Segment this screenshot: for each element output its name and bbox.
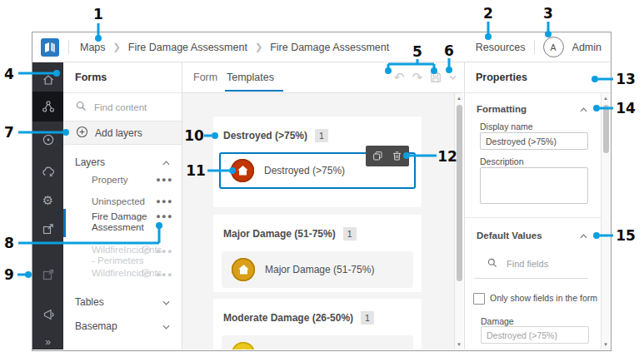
chevron-up-icon[interactable]	[580, 104, 587, 114]
template-group: Moderate Damage (26-50%) 1 Moderate Dama…	[213, 299, 422, 350]
sidebar-item-open-in-new[interactable]	[32, 260, 63, 290]
scroll-up-icon[interactable]: ▲	[455, 96, 463, 101]
delete-icon[interactable]	[392, 151, 402, 161]
find-fields-input[interactable]	[505, 258, 587, 270]
layer-row[interactable]: Fire Damage Assessment●●●	[63, 211, 182, 240]
chevron-down-icon	[162, 320, 170, 332]
template-card[interactable]: Destroyed (>75%)	[219, 152, 416, 189]
find-fields-search[interactable]	[487, 256, 596, 270]
sidebar-item-gear[interactable]: ⚙	[32, 186, 63, 216]
duplicate-icon[interactable]	[372, 151, 383, 161]
scroll-up-icon[interactable]: ▲	[602, 96, 610, 101]
chevron-up-icon	[162, 156, 170, 168]
layer-options-menu[interactable]: ●●●	[156, 175, 173, 185]
layer-row[interactable]: WildfireIncidents●●●	[63, 268, 182, 288]
form-toolbar: ↶ ↷	[394, 62, 457, 92]
sidebar-item-expand-panel[interactable]: »	[32, 326, 63, 352]
template-count-badge: 1	[361, 311, 374, 325]
divider	[465, 92, 611, 93]
callout-number-3: 3	[543, 5, 553, 22]
templates-scrollbar[interactable]: ▲ ▼	[454, 93, 463, 350]
template-group-title: Destroyed (>75%)	[223, 130, 307, 141]
plus-circle-icon	[76, 126, 88, 141]
tab-templates[interactable]: Templates	[227, 62, 274, 92]
only-show-fields-checkbox[interactable]	[473, 293, 485, 305]
active-tab-underline	[225, 90, 283, 92]
scrollbar-thumb[interactable]	[457, 105, 462, 281]
formatting-section-label: Formatting	[477, 104, 527, 114]
damage-field-label: Damage	[481, 316, 514, 326]
tables-section-label: Tables	[75, 296, 104, 308]
tab-form[interactable]: Form	[193, 62, 217, 92]
template-card-label: Major Damage (51-75%)	[265, 264, 374, 275]
sidebar-item-home[interactable]	[32, 65, 63, 95]
home-icon	[42, 73, 55, 87]
forms-builder-icon	[42, 100, 55, 113]
callout-number-9: 9	[4, 266, 14, 283]
sidebar-item-geofence[interactable]	[32, 125, 63, 155]
geofence-icon	[42, 133, 55, 146]
templates-list: Destroyed (>75%) 1 Destroyed (>75%) Majo…	[182, 93, 454, 350]
header-divider	[534, 40, 535, 54]
scroll-down-icon[interactable]: ▼	[455, 342, 463, 347]
layer-options-menu[interactable]: ●●●	[156, 246, 173, 256]
admin-menu[interactable]: Admin	[572, 42, 602, 53]
chevron-right-icon: ❯	[255, 42, 262, 52]
damaged-house-icon	[232, 342, 255, 350]
layer-options-menu[interactable]: ●●●	[156, 270, 173, 280]
template-count-badge: 1	[315, 129, 328, 142]
sidebar-item-forms-builder[interactable]	[32, 92, 63, 121]
layer-options-menu[interactable]: ●●●	[156, 196, 173, 206]
breadcrumb-item-form[interactable]: Fire Damage Assessment	[270, 42, 389, 53]
avatar[interactable]: A	[543, 37, 564, 57]
template-card[interactable]: Major Damage (51-75%)	[222, 251, 413, 288]
damage-field-value[interactable]: Destroyed (>75%)	[481, 326, 589, 344]
save-menu-chevron-down-icon[interactable]	[449, 75, 457, 80]
breadcrumb-item-map[interactable]: Fire Damage Assessment	[128, 42, 247, 53]
description-label: Description	[480, 156, 524, 166]
display-name-label: Display name	[480, 121, 533, 131]
layer-row[interactable]: Property●●●	[63, 175, 182, 195]
divider	[465, 217, 611, 218]
template-group-title: Moderate Damage (26-50%)	[223, 312, 353, 324]
template-card[interactable]: Moderate Damage (26-50%)	[222, 335, 413, 350]
find-content-search[interactable]	[63, 93, 182, 121]
breadcrumb-item-maps[interactable]: Maps	[80, 42, 106, 53]
forms-panel-title: Forms	[75, 72, 107, 83]
tables-section-header[interactable]: Tables	[75, 296, 170, 308]
description-textarea[interactable]	[480, 167, 588, 204]
redo-icon[interactable]: ↷	[412, 70, 422, 85]
callout-number-15: 15	[616, 227, 636, 244]
basemap-section-header[interactable]: Basemap	[75, 320, 170, 332]
undo-icon[interactable]: ↶	[394, 70, 405, 85]
template-card-label: Destroyed (>75%)	[264, 165, 345, 176]
scroll-down-icon[interactable]: ▼	[602, 342, 610, 347]
template-group: Destroyed (>75%) 1 Destroyed (>75%)	[213, 117, 422, 207]
find-content-input[interactable]	[92, 102, 175, 113]
offline-cloud-icon	[42, 165, 55, 178]
template-card-label: Moderate Damage (26-50%)	[265, 348, 392, 350]
scrollbar-thumb[interactable]	[603, 105, 609, 153]
sidebar-item-sharing[interactable]	[32, 214, 63, 244]
callout-number-4: 4	[4, 66, 14, 82]
damaged-house-icon	[232, 258, 255, 281]
chevron-up-icon[interactable]	[580, 231, 587, 240]
app-header: Maps ❯ Fire Damage Assessment ❯ Fire Dam…	[32, 32, 610, 62]
layers-section-label: Layers	[75, 156, 105, 168]
annotated-screenshot: Maps ❯ Fire Damage Assessment ❯ Fire Dam…	[0, 0, 644, 352]
template-group-header: Destroyed (>75%) 1	[213, 117, 422, 142]
layer-options-menu[interactable]: ●●●	[156, 211, 173, 221]
sidebar-item-offline-cloud[interactable]	[32, 156, 63, 186]
callout-number-2: 2	[483, 5, 493, 22]
layers-section-header[interactable]: Layers	[75, 156, 170, 168]
open-in-new-icon	[42, 268, 55, 281]
callout-number-13: 13	[616, 71, 636, 87]
save-icon[interactable]	[430, 72, 442, 83]
add-layers-button[interactable]: Add layers	[63, 121, 182, 144]
resources-link[interactable]: Resources	[476, 42, 526, 53]
damaged-house-icon	[231, 159, 254, 182]
sidebar-item-feedback-megaphone[interactable]	[32, 300, 63, 330]
properties-scrollbar[interactable]: ▲ ▼	[601, 93, 610, 350]
display-name-input[interactable]	[480, 132, 588, 150]
search-icon	[76, 101, 87, 114]
